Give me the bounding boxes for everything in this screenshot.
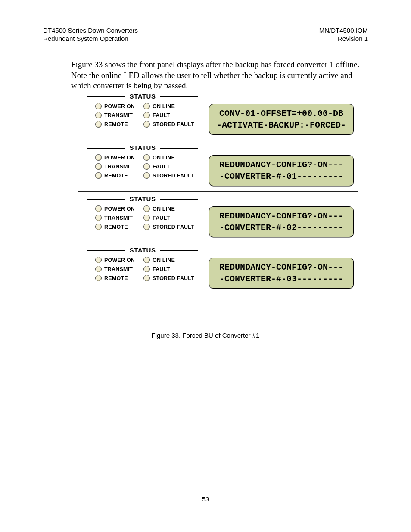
lcd-line2: -CONVERTER-#-03--------- xyxy=(219,273,343,285)
led-icon xyxy=(95,154,102,161)
led-transmit: TRANSMIT xyxy=(82,266,142,272)
led-label: STORED FAULT xyxy=(153,275,194,281)
lcd-line1: REDUNDANCY-CONFIG?-ON--- xyxy=(219,159,343,171)
led-label: STORED FAULT xyxy=(153,173,194,179)
led-icon xyxy=(143,215,150,221)
led-icon xyxy=(143,103,150,109)
led-on-line: ON LINE xyxy=(143,154,203,161)
status-title: STATUS xyxy=(82,246,203,254)
led-icon xyxy=(95,121,102,128)
led-icon xyxy=(95,215,102,221)
led-power-on: POWER ON xyxy=(82,205,142,212)
lcd-line1: CONV-01-OFFSET=+00.00-DB xyxy=(219,108,343,119)
led-label: REMOTE xyxy=(104,173,128,179)
led-label: TRANSMIT xyxy=(104,266,133,272)
led-label: TRANSMIT xyxy=(104,112,133,118)
body-paragraph: Figure 33 shows the front panel displays… xyxy=(71,59,366,91)
led-stored-fault: STORED FAULT xyxy=(143,275,203,281)
panel-row-1: STATUS POWER ON ON LINE TRANSMIT FAULT R… xyxy=(78,89,358,140)
led-icon xyxy=(143,257,150,263)
lcd-display: REDUNDANCY-CONFIG?-ON--- -CONVERTER-#-03… xyxy=(209,258,354,289)
led-label: ON LINE xyxy=(153,257,175,263)
lcd-line1: REDUNDANCY-CONFIG?-ON--- xyxy=(219,261,343,273)
status-title: STATUS xyxy=(82,144,203,151)
lcd-display: REDUNDANCY-CONFIG?-ON--- -CONVERTER-#-01… xyxy=(209,155,354,186)
led-icon xyxy=(143,172,150,179)
led-icon xyxy=(95,163,102,170)
led-icon xyxy=(143,266,150,272)
led-icon xyxy=(95,224,102,230)
led-icon xyxy=(143,275,150,281)
led-label: ON LINE xyxy=(153,206,175,212)
header-right-line2: Revision 1 xyxy=(319,35,368,43)
led-icon xyxy=(95,266,102,272)
led-remote: REMOTE xyxy=(82,275,142,281)
led-icon xyxy=(143,205,150,212)
led-power-on: POWER ON xyxy=(82,103,142,109)
led-label: FAULT xyxy=(153,215,170,221)
led-label: STORED FAULT xyxy=(153,224,194,230)
led-power-on: POWER ON xyxy=(82,257,142,263)
lcd-display: CONV-01-OFFSET=+00.00-DB -ACTIVATE-BACKU… xyxy=(209,104,354,135)
led-on-line: ON LINE xyxy=(143,103,203,109)
led-on-line: ON LINE xyxy=(143,257,203,263)
header-right-line1: MN/DT4500.IOM xyxy=(319,27,368,35)
panel-row-3: STATUS POWER ON ON LINE TRANSMIT FAULT R… xyxy=(78,191,358,243)
led-label: POWER ON xyxy=(104,206,135,212)
header-left-line1: DT4500 Series Down Converters xyxy=(43,27,138,35)
figure-33: STATUS POWER ON ON LINE TRANSMIT FAULT R… xyxy=(78,89,358,294)
led-remote: REMOTE xyxy=(82,172,142,179)
lcd-line1: REDUNDANCY-CONFIG?-ON--- xyxy=(219,210,343,222)
led-label: REMOTE xyxy=(104,224,128,230)
led-fault: FAULT xyxy=(143,215,203,221)
led-icon xyxy=(95,112,102,118)
led-stored-fault: STORED FAULT xyxy=(143,224,203,230)
status-title: STATUS xyxy=(82,195,203,202)
led-label: REMOTE xyxy=(104,121,128,128)
page-number: 53 xyxy=(0,495,411,503)
led-label: POWER ON xyxy=(104,103,135,109)
led-icon xyxy=(95,205,102,212)
led-fault: FAULT xyxy=(143,266,203,272)
led-remote: REMOTE xyxy=(82,224,142,230)
led-stored-fault: STORED FAULT xyxy=(143,121,203,128)
led-label: TRANSMIT xyxy=(104,215,133,221)
status-block: STATUS POWER ON ON LINE TRANSMIT FAULT R… xyxy=(82,247,203,281)
led-icon xyxy=(95,257,102,263)
led-icon xyxy=(95,275,102,281)
led-label: STORED FAULT xyxy=(153,121,194,128)
led-label: REMOTE xyxy=(104,275,128,281)
led-fault: FAULT xyxy=(143,112,203,118)
led-icon xyxy=(143,121,150,128)
led-transmit: TRANSMIT xyxy=(82,112,142,118)
header-left-line2: Redundant System Operation xyxy=(43,35,138,43)
led-stored-fault: STORED FAULT xyxy=(143,172,203,179)
led-label: FAULT xyxy=(153,164,170,170)
led-label: FAULT xyxy=(153,112,170,118)
lcd-line2: -CONVERTER-#-01--------- xyxy=(219,171,343,182)
lcd-line2: -CONVERTER-#-02--------- xyxy=(219,222,343,233)
led-icon xyxy=(143,224,150,230)
figure-caption: Figure 33. Forced BU of Converter #1 xyxy=(0,332,411,339)
led-on-line: ON LINE xyxy=(143,205,203,212)
led-icon xyxy=(143,112,150,118)
led-fault: FAULT xyxy=(143,163,203,170)
led-label: ON LINE xyxy=(153,155,175,161)
led-transmit: TRANSMIT xyxy=(82,163,142,170)
status-block: STATUS POWER ON ON LINE TRANSMIT FAULT R… xyxy=(82,93,203,128)
led-icon xyxy=(143,163,150,170)
led-power-on: POWER ON xyxy=(82,154,142,161)
led-label: TRANSMIT xyxy=(104,164,133,170)
led-remote: REMOTE xyxy=(82,121,142,128)
status-block: STATUS POWER ON ON LINE TRANSMIT FAULT R… xyxy=(82,196,203,230)
lcd-line2: -ACTIVATE-BACKUP:-FORCED- xyxy=(217,119,346,131)
status-title: STATUS xyxy=(82,93,203,100)
status-block: STATUS POWER ON ON LINE TRANSMIT FAULT R… xyxy=(82,145,203,179)
led-label: POWER ON xyxy=(104,257,135,263)
led-label: POWER ON xyxy=(104,155,135,161)
lcd-display: REDUNDANCY-CONFIG?-ON--- -CONVERTER-#-02… xyxy=(209,206,354,237)
led-label: FAULT xyxy=(153,266,170,272)
led-label: ON LINE xyxy=(153,103,175,109)
led-icon xyxy=(95,172,102,179)
led-icon xyxy=(95,103,102,109)
